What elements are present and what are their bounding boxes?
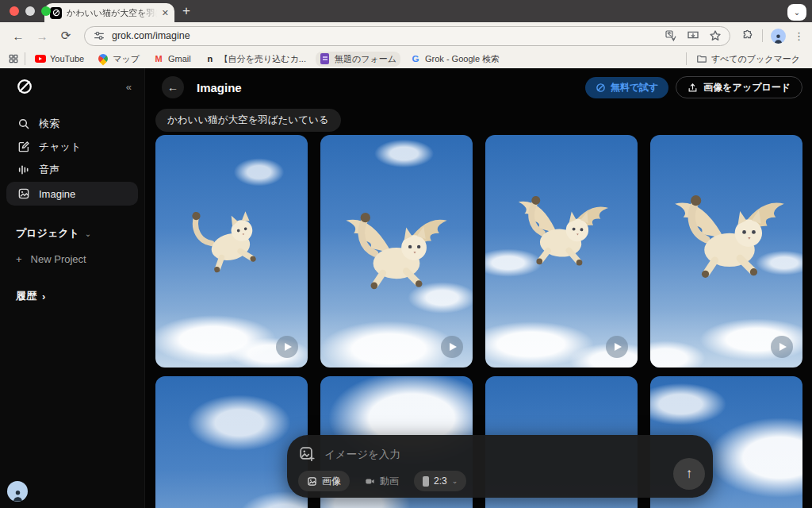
sidebar-item-search[interactable]: 検索 — [6, 113, 138, 135]
tab-search-button[interactable]: ⌄ — [787, 4, 806, 21]
play-video-button[interactable] — [771, 336, 793, 358]
mode-video-pill[interactable]: 動画 — [356, 471, 408, 491]
back-icon[interactable]: ← — [8, 25, 29, 46]
forward-icon[interactable]: → — [32, 25, 52, 46]
prompt-composer[interactable]: 画像 動画 2:3 ⌄ ↑ — [287, 435, 713, 498]
google-icon: G — [410, 53, 421, 64]
bookmark-youtube[interactable]: YouTube — [31, 52, 88, 66]
upload-icon — [688, 83, 698, 93]
notion-icon: n — [205, 53, 216, 64]
bookmark-notion[interactable]: n 【自分を売り込むカ... — [201, 52, 310, 67]
sidebar-item-imagine[interactable]: Imagine — [6, 182, 138, 206]
install-app-icon[interactable] — [687, 29, 699, 42]
close-window-button[interactable] — [10, 6, 19, 16]
chat-compose-icon — [17, 140, 30, 153]
sidebar-item-chat[interactable]: チャット — [6, 136, 138, 158]
sidebar-history[interactable]: 履歴 › — [0, 289, 144, 303]
search-icon — [17, 117, 30, 130]
tab-close-icon[interactable]: ✕ — [162, 8, 169, 18]
bookmark-maps[interactable]: マップ — [94, 52, 144, 67]
google-maps-icon — [98, 53, 109, 64]
user-avatar[interactable] — [7, 481, 28, 502]
mode-image-pill[interactable]: 画像 — [298, 471, 350, 491]
youtube-icon — [35, 53, 46, 64]
main-content: ← Imagine 無料で試す 画像をアップロード — [145, 68, 812, 508]
tab-strip: かわいい猫が大空を羽ばたいてい ✕ + ⌄ — [0, 0, 812, 22]
prompt-input[interactable] — [324, 448, 702, 460]
all-bookmarks-button[interactable]: すべてのブックマーク — [692, 52, 804, 67]
grok-logo[interactable] — [16, 78, 33, 95]
prompt-chip[interactable]: かわいい猫が大空を羽ばたいている — [155, 109, 341, 132]
play-video-button[interactable] — [441, 336, 463, 358]
bookmark-grok-search[interactable]: G Grok - Google 検索 — [406, 52, 504, 67]
new-project-button[interactable]: + New Project — [0, 253, 144, 265]
fullscreen-window-button[interactable] — [41, 6, 51, 16]
grok-favicon — [50, 7, 62, 19]
macos-traffic-lights — [10, 6, 51, 16]
bookmark-gmail[interactable]: M Gmail — [149, 52, 195, 66]
folder-icon — [696, 53, 707, 64]
apps-grid-icon[interactable] — [8, 53, 19, 64]
minimize-window-button[interactable] — [25, 6, 35, 16]
main-header: ← Imagine 無料で試す 画像をアップロード — [145, 68, 812, 98]
sidebar: « 検索 チャット 音声 — [0, 68, 145, 508]
divider — [25, 52, 25, 65]
flying-cat-image — [340, 202, 453, 299]
chevron-right-icon: › — [42, 291, 45, 302]
sidebar-projects-header[interactable]: プロジェクト ⌄ — [0, 226, 144, 241]
new-tab-button[interactable]: + — [182, 4, 190, 17]
chevron-down-icon: ⌄ — [85, 229, 91, 238]
aspect-ratio-pill[interactable]: 2:3 ⌄ — [414, 471, 466, 491]
profile-avatar[interactable] — [771, 29, 786, 44]
plus-icon: + — [16, 253, 22, 265]
gallery-card[interactable] — [155, 376, 308, 508]
grok-mini-logo-icon — [596, 83, 606, 93]
divider — [762, 29, 763, 42]
tab-title: かわいい猫が大空を羽ばたいてい — [67, 7, 157, 19]
play-video-button[interactable] — [276, 336, 298, 358]
browser-window: かわいい猫が大空を羽ばたいてい ✕ + ⌄ ← → ⟳ grok.com/ima… — [0, 0, 812, 508]
page-title: Imagine — [197, 81, 242, 94]
upload-image-button[interactable]: 画像をアップロード — [676, 76, 802, 98]
portrait-ratio-icon — [423, 476, 429, 487]
sky-clouds-image — [155, 376, 308, 508]
google-forms-icon — [320, 53, 331, 64]
flying-cat-image — [668, 185, 791, 290]
gmail-icon: M — [153, 53, 164, 64]
bookmark-star-icon[interactable] — [709, 29, 722, 42]
gallery-card[interactable] — [650, 135, 802, 368]
flying-cat-image — [508, 186, 615, 279]
try-free-button[interactable]: 無料で試す — [585, 77, 669, 98]
image-icon — [307, 476, 317, 487]
submit-button[interactable]: ↑ — [673, 458, 705, 490]
bookmark-forms[interactable]: 無題のフォーム — [316, 52, 400, 67]
extensions-icon[interactable] — [741, 29, 754, 42]
sidebar-item-voice[interactable]: 音声 — [6, 159, 138, 181]
gallery-card[interactable] — [485, 135, 638, 368]
divider — [686, 52, 687, 65]
url-text: grok.com/imagine — [112, 30, 658, 41]
gallery-card[interactable] — [155, 135, 308, 368]
add-image-icon[interactable] — [298, 445, 316, 463]
bookmarks-bar: YouTube マップ M Gmail n 【自分を売り込むカ... 無題のフォ… — [0, 49, 812, 68]
browser-toolbar: ← → ⟳ grok.com/imagine — [0, 22, 812, 49]
imagine-image-icon — [17, 187, 30, 200]
reload-icon[interactable]: ⟳ — [56, 25, 76, 46]
back-button[interactable]: ← — [162, 76, 184, 98]
gallery-card[interactable] — [320, 135, 473, 368]
video-camera-icon — [365, 476, 375, 487]
voice-waveform-icon — [17, 164, 30, 176]
browser-tab[interactable]: かわいい猫が大空を羽ばたいてい ✕ — [44, 3, 174, 22]
chrome-menu-icon[interactable]: ⋮ — [794, 30, 804, 42]
collapse-sidebar-icon[interactable]: « — [126, 81, 130, 93]
play-video-button[interactable] — [606, 336, 628, 358]
address-bar[interactable]: grok.com/imagine — [84, 26, 730, 46]
chevron-down-icon: ⌄ — [452, 477, 458, 485]
site-settings-icon[interactable] — [93, 29, 105, 42]
grok-page: « 検索 チャット 音声 — [0, 68, 812, 508]
toolbar-actions: ⋮ — [738, 29, 804, 44]
translate-icon[interactable] — [665, 29, 677, 42]
